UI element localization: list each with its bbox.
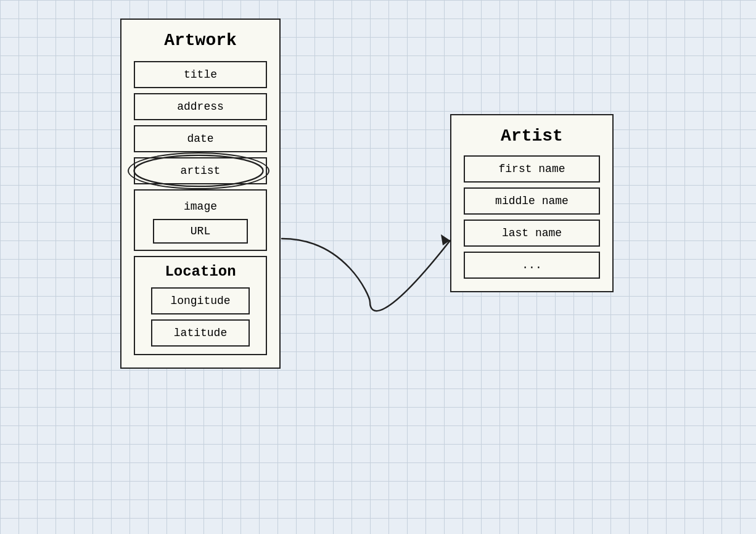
artwork-field-title: title [134, 61, 267, 88]
artwork-field-url: URL [153, 219, 248, 244]
artwork-title: Artwork [164, 31, 237, 50]
svg-marker-1 [441, 234, 450, 245]
artwork-field-date: date [134, 125, 267, 152]
artist-field-middle-name: middle name [464, 187, 600, 215]
artwork-field-artist-wrapper: artist [134, 157, 267, 184]
artwork-image-url-section: image URL [134, 189, 267, 251]
location-box: Location longitude latitude [134, 256, 267, 355]
artist-field-more: ... [464, 252, 600, 279]
artist-field-first-name: first name [464, 155, 600, 183]
artwork-field-image: image [141, 195, 260, 214]
relationship-arrow [0, 0, 756, 534]
location-field-latitude: latitude [151, 319, 250, 347]
artwork-field-artist: artist [134, 157, 267, 184]
artist-box-title: Artist [501, 126, 563, 146]
artist-field-last-name: last name [464, 220, 600, 247]
artwork-box: Artwork title address date artist image … [120, 18, 281, 369]
artist-box: Artist first name middle name last name … [450, 114, 614, 292]
location-title: Location [165, 263, 236, 280]
location-field-longitude: longitude [151, 287, 250, 314]
artwork-field-address: address [134, 93, 267, 120]
